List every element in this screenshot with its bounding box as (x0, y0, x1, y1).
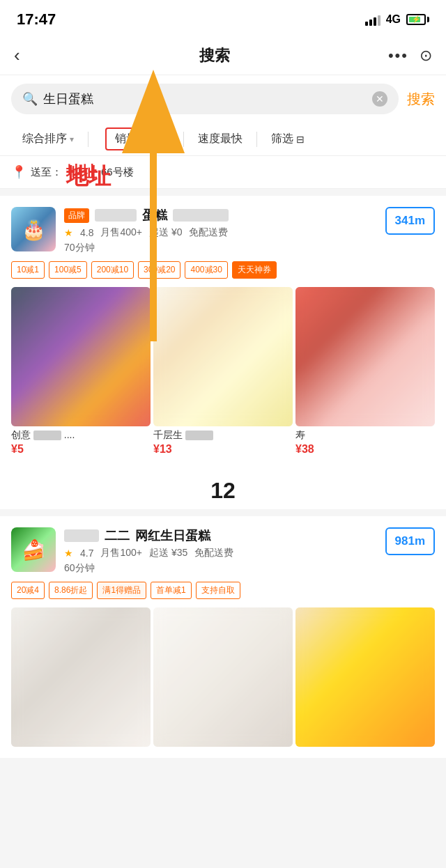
star-icon-2: ★ (64, 548, 73, 559)
product-item-1-3[interactable]: 寿 ¥38 (295, 287, 435, 456)
signal-icon (365, 13, 380, 26)
search-button[interactable]: 搜索 (407, 90, 435, 109)
filter-comprehensive-label: 综合排序 (22, 132, 67, 146)
shop-avatar-2: 🍰 (11, 527, 56, 572)
shop-info-2: 二二 网红生日蛋糕 ★ 4.7 月售100+ 起送 ¥35 免配送费 60分钟 (64, 527, 435, 575)
product-price-1-1: ¥5 (11, 443, 151, 456)
promo-tag-2-2: 8.86折起 (49, 582, 93, 599)
status-icons: 4G ⚡ (365, 13, 429, 26)
product-img-1-2 (153, 287, 293, 426)
shop-name-prefix-2: 二二 (105, 527, 130, 544)
product-item-2-3[interactable] (295, 607, 435, 747)
shop-promo-tags-1: 10减1 100减5 200减10 300减20 400减30 天天神券 (11, 261, 435, 279)
filter-comprehensive[interactable]: 综合排序 ▾ (11, 123, 85, 155)
filter-speed[interactable]: 速度最快 (187, 123, 254, 155)
promo-tag-2-4: 首单减1 (151, 582, 192, 599)
promo-tag-2-3: 满1得赠品 (97, 582, 146, 599)
product-item-2-2[interactable] (153, 607, 293, 747)
search-icon: 🔍 (22, 91, 38, 107)
page-number: 12 (0, 467, 446, 509)
network-label: 4G (386, 13, 401, 26)
shop-name-1: 蛋糕 (142, 207, 167, 224)
scan-button[interactable]: ⊙ (420, 47, 432, 65)
shop-name-blur-3 (64, 529, 99, 542)
shop-distance-1: 341m (385, 207, 435, 235)
filter-bar: 综合排序 ▾ 销量最高 速度最快 筛选 ⊟ (0, 123, 446, 156)
product-img-1-1 (11, 287, 151, 426)
search-bar: 🔍 生日蛋糕 ✕ 搜索 (0, 75, 446, 123)
header: ‹ 搜索 ••• ⊙ (0, 36, 446, 75)
shop-monthly-sales-1: 月售400+ (100, 226, 142, 239)
shop-distance-2: 981m (385, 527, 435, 555)
shop-time-1: 70分钟 (64, 242, 435, 254)
product-grid-1: 创意 .... ¥5 千层生 ¥13 (11, 287, 435, 456)
shop-name-2: 网红生日蛋糕 (135, 527, 210, 544)
product-item-1-1[interactable]: 创意 .... ¥5 (11, 287, 151, 456)
location-address: 地址 (66, 162, 97, 183)
search-input-wrap[interactable]: 🔍 生日蛋糕 ✕ (11, 84, 399, 114)
shop-name-blur-2 (173, 209, 229, 222)
location-prefix: 送至： (31, 166, 62, 179)
more-button[interactable]: ••• (388, 47, 408, 65)
product-price-1-2: ¥13 (153, 443, 293, 456)
promo-tag-1-6: 天天神券 (232, 261, 277, 279)
location-bar[interactable]: 📍 送至： 地址 66号楼 (0, 156, 446, 189)
product-name-1-1: 创意 .... (11, 429, 151, 442)
status-time: 17:47 (17, 10, 56, 29)
shop-avatar-image-2: 🍰 (11, 527, 56, 572)
shop-badge-1: 品牌 (64, 208, 89, 223)
product-img-2-2 (153, 607, 293, 747)
shop-header-1: 🎂 品牌 蛋糕 ★ 4.8 月售400+ 起送 ¥0 免配送费 70分钟 (11, 207, 435, 254)
shop-delivery-2: 免配送费 (194, 547, 233, 559)
filter-options[interactable]: 筛选 ⊟ (260, 123, 316, 155)
chevron-down-icon: ▾ (70, 134, 74, 144)
product-item-1-2[interactable]: 千层生 ¥13 (153, 287, 293, 456)
promo-tag-1-5: 400减30 (185, 261, 227, 279)
promo-tag-1-1: 10减1 (11, 261, 45, 279)
filter-divider-1 (88, 132, 89, 147)
promo-tag-1-2: 100减5 (49, 261, 87, 279)
page-title: 搜索 (42, 45, 388, 66)
search-query: 生日蛋糕 (43, 91, 367, 107)
promo-tag-1-4: 300减20 (138, 261, 180, 279)
shop-delivery-1: 免配送费 (189, 226, 228, 239)
product-img-2-1 (11, 607, 151, 747)
shop-meta-2: ★ 4.7 月售100+ 起送 ¥35 免配送费 (64, 547, 435, 559)
promo-tag-2-1: 20减4 (11, 582, 45, 599)
product-img-1-3 (295, 287, 435, 426)
filter-sales-label: 销量最高 (105, 127, 169, 150)
filter-options-label: 筛选 (271, 132, 293, 146)
product-name-1-3: 寿 (295, 429, 435, 442)
filter-sales[interactable]: 销量最高 (91, 123, 180, 155)
shop-name-blur-1 (95, 209, 137, 222)
shop-name-row-1: 品牌 蛋糕 (64, 207, 435, 224)
battery-icon: ⚡ (406, 14, 429, 25)
location-detail: 66号楼 (101, 166, 134, 179)
shop-card-1[interactable]: 🎂 品牌 蛋糕 ★ 4.8 月售400+ 起送 ¥0 免配送费 70分钟 (0, 196, 446, 467)
product-price-1-3: ¥38 (295, 443, 435, 456)
search-clear-button[interactable]: ✕ (372, 91, 387, 107)
product-img-2-3 (295, 607, 435, 747)
filter-speed-label: 速度最快 (198, 132, 243, 146)
shop-rating-2: 4.7 (80, 548, 93, 559)
shop-header-2: 🍰 二二 网红生日蛋糕 ★ 4.7 月售100+ 起送 ¥35 免配送费 60分… (11, 527, 435, 575)
location-pin-icon: 📍 (11, 164, 26, 180)
shop-monthly-sales-2: 月售100+ (100, 547, 142, 559)
promo-tag-1-3: 200减10 (91, 261, 134, 279)
product-name-1-2: 千层生 (153, 429, 293, 442)
shop-meta-1: ★ 4.8 月售400+ 起送 ¥0 免配送费 (64, 226, 435, 239)
shop-min-order-1: 起送 ¥0 (149, 226, 182, 239)
shop-time-2: 60分钟 (64, 562, 435, 575)
shop-name-row-2: 二二 网红生日蛋糕 (64, 527, 435, 544)
shop-min-order-2: 起送 ¥35 (149, 547, 187, 559)
product-item-2-1[interactable] (11, 607, 151, 747)
shop-info-1: 品牌 蛋糕 ★ 4.8 月售400+ 起送 ¥0 免配送费 70分钟 (64, 207, 435, 254)
filter-icon: ⊟ (296, 134, 305, 145)
star-icon-1: ★ (64, 227, 73, 238)
shop-card-2[interactable]: 🍰 二二 网红生日蛋糕 ★ 4.7 月售100+ 起送 ¥35 免配送费 60分… (0, 516, 446, 758)
product-grid-2 (11, 607, 435, 747)
promo-tag-2-5: 支持自取 (196, 582, 240, 599)
status-bar: 17:47 4G ⚡ (0, 0, 446, 36)
filter-divider-3 (256, 132, 257, 147)
back-button[interactable]: ‹ (14, 45, 42, 66)
